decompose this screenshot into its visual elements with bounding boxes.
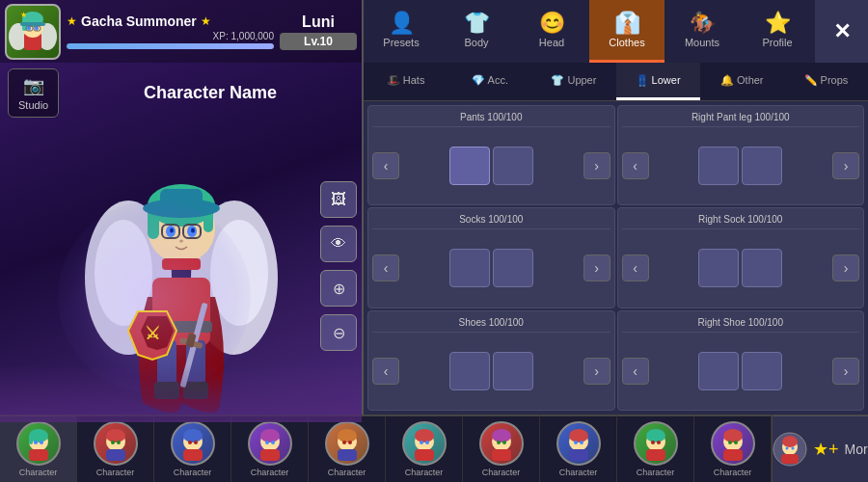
studio-button[interactable]: 📷 Studio [8, 68, 59, 118]
studio-label: Studio [18, 99, 48, 111]
left-header: ★ ★ Gacha Summoner ★ XP: 1,000,000 [0, 0, 362, 63]
tab-head[interactable]: 😊 Head [514, 0, 589, 63]
shoes-item-2[interactable] [493, 352, 533, 390]
right-sock-prev-button[interactable]: ‹ [622, 254, 649, 281]
header-char-name: Luni [280, 13, 357, 31]
tab-clothes[interactable]: 👔 Clothes [589, 0, 665, 63]
subtab-upper[interactable]: 👕 Upper [531, 63, 615, 100]
pants-controls: ‹ › [372, 131, 610, 201]
socks-next-button[interactable]: › [583, 254, 610, 281]
body-label: Body [464, 37, 488, 48]
subtab-hats[interactable]: 🎩 Hats [364, 63, 448, 100]
char-slot-6[interactable]: Character [386, 415, 463, 482]
svg-rect-75 [492, 449, 511, 461]
svg-point-94 [786, 447, 789, 450]
svg-point-87 [723, 429, 743, 442]
right-shoe-next-button[interactable]: › [832, 358, 859, 385]
shoes-prev-button[interactable]: ‹ [372, 358, 399, 385]
svg-point-69 [425, 441, 429, 444]
char-slot-5[interactable]: Character [309, 415, 386, 482]
right-pant-item-2[interactable] [742, 147, 782, 185]
zoom-in-button[interactable]: ⊕ [320, 270, 357, 307]
top-nav: 👤 Presets 👕 Body 😊 Head 👔 Clothes 🏇 [364, 0, 868, 63]
char-slot-7[interactable]: Character [463, 415, 540, 482]
tab-mounts[interactable]: 🏇 Mounts [665, 0, 740, 63]
svg-rect-60 [260, 449, 280, 461]
char-slot-10[interactable]: Character [694, 415, 772, 482]
profile-label: Profile [762, 37, 792, 48]
socks-item-1[interactable] [449, 249, 490, 287]
image-tool-button[interactable]: 🖼 [320, 181, 357, 218]
more-star-icon: ★+ [813, 439, 839, 460]
char-avatar-6 [402, 421, 447, 466]
subtab-acc[interactable]: 💎 Acc. [448, 63, 531, 100]
right-shoe-controls: ‹ › [622, 336, 860, 406]
svg-point-64 [348, 441, 352, 444]
acc-label: Acc. [488, 74, 508, 86]
name-xp-area: ★ Gacha Summoner ★ XP: 1,000,000 [67, 13, 274, 49]
svg-rect-80 [569, 449, 588, 461]
char-slot-5-label: Character [328, 468, 366, 477]
char-avatar-9 [634, 421, 678, 466]
char-slot-9[interactable]: Character [617, 415, 694, 482]
star-icon: ★ [67, 14, 77, 28]
svg-point-58 [265, 441, 269, 444]
char-avatar-8 [556, 421, 601, 466]
right-shoe-prev-button[interactable]: ‹ [622, 358, 649, 385]
char-slot-3-label: Character [174, 468, 212, 477]
char-slot-4[interactable]: Character [231, 415, 309, 482]
char-slot-1[interactable]: Character [0, 415, 77, 482]
svg-point-78 [574, 441, 578, 444]
right-pant-prev-button[interactable]: ‹ [622, 152, 649, 179]
socks-controls: ‹ › [372, 233, 610, 303]
clothing-grid: Pants 100/100 ‹ › Right Pant leg 100/100 [364, 101, 868, 415]
camera-icon: 📷 [23, 75, 44, 96]
presets-icon: 👤 [389, 13, 415, 34]
svg-point-74 [502, 441, 506, 444]
pants-prev-button[interactable]: ‹ [372, 152, 399, 179]
clothing-slot-shoes: Shoes 100/100 ‹ › [367, 310, 615, 411]
right-pant-item-1[interactable] [698, 147, 739, 185]
pants-item-2[interactable] [493, 147, 533, 185]
right-sock-item-2[interactable] [742, 249, 782, 287]
studio-area: 📷 Studio Character Name [0, 63, 362, 123]
char-slot-2[interactable]: Character [77, 415, 154, 482]
right-shoe-item-2[interactable] [742, 352, 782, 390]
char-slot-8[interactable]: Character [540, 415, 617, 482]
svg-point-77 [569, 429, 588, 442]
tab-body[interactable]: 👕 Body [439, 0, 514, 63]
char-avatar-10 [711, 421, 755, 466]
right-sock-item-1[interactable] [698, 249, 739, 287]
subtab-lower[interactable]: 👖 Lower [616, 63, 700, 100]
canvas-tools: 🖼 👁 ⊕ ⊖ [320, 181, 357, 351]
more-button[interactable]: ★+ More [772, 415, 868, 482]
char-slot-3[interactable]: Character [154, 415, 231, 482]
char-avatar-7 [479, 421, 524, 466]
shoes-item-1[interactable] [449, 352, 490, 390]
tab-profile[interactable]: ⭐ Profile [740, 0, 815, 63]
right-shoe-item-1[interactable] [698, 352, 739, 390]
subtab-props[interactable]: ✏️ Props [784, 63, 868, 100]
eye-tool-button[interactable]: 👁 [320, 226, 357, 262]
svg-point-93 [782, 436, 798, 447]
char-slot-10-label: Character [714, 468, 752, 477]
subtab-other[interactable]: 🔔 Other [700, 63, 784, 100]
right-pant-next-button[interactable]: › [832, 152, 859, 179]
pants-next-button[interactable]: › [583, 152, 610, 179]
socks-prev-button[interactable]: ‹ [372, 254, 399, 281]
head-icon: 😊 [539, 13, 565, 34]
svg-point-83 [651, 441, 655, 444]
tab-presets[interactable]: 👤 Presets [364, 0, 439, 63]
socks-item-2[interactable] [493, 249, 533, 287]
svg-point-48 [111, 441, 115, 444]
pants-item-1[interactable] [449, 147, 490, 185]
right-sock-next-button[interactable]: › [832, 254, 859, 281]
svg-point-54 [194, 441, 198, 444]
close-button[interactable]: ✕ [815, 0, 868, 63]
svg-point-73 [497, 441, 501, 444]
svg-rect-90 [723, 449, 743, 461]
avatar[interactable]: ★ [5, 4, 61, 60]
shoes-next-button[interactable]: › [583, 358, 610, 385]
other-label: Other [737, 74, 764, 86]
zoom-out-button[interactable]: ⊖ [320, 314, 357, 351]
